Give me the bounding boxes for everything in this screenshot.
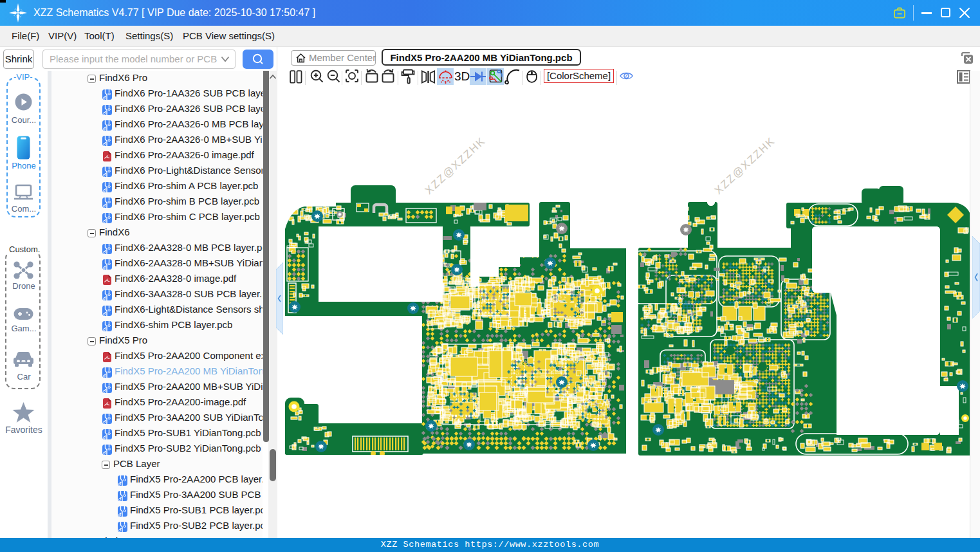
- svg-text:XZZ@XZZHK: XZZ@XZZHK: [712, 134, 778, 197]
- svg-text:XZZ@XZZHK: XZZ@XZZHK: [423, 134, 488, 197]
